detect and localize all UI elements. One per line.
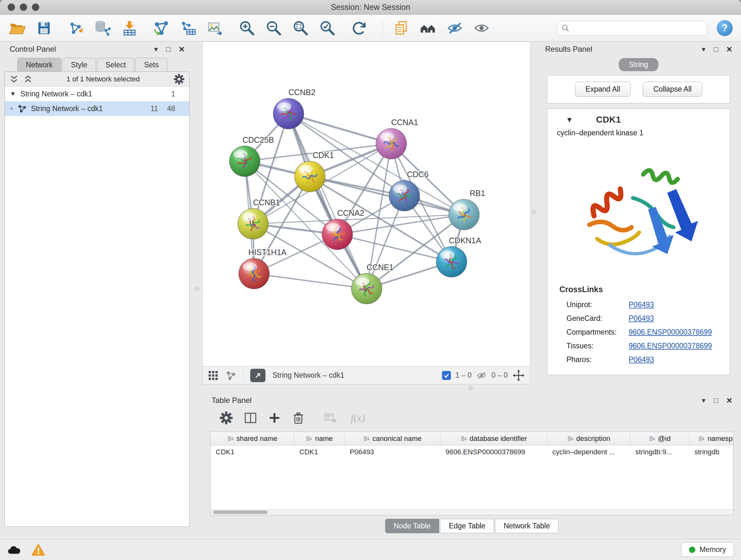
column-header-shared-name[interactable]: shared name (211, 432, 294, 445)
scrollbar-thumb[interactable] (213, 510, 267, 514)
crosslink-link[interactable]: P06493 (629, 300, 654, 309)
close-panel-icon[interactable]: × (179, 44, 185, 55)
tab-network[interactable]: Network (17, 58, 61, 71)
network-node-CDC25B[interactable]: CDC25B (229, 135, 274, 177)
network-edge-CCNB2-CCNA1[interactable] (288, 114, 391, 144)
network-node-HIST1H1A[interactable]: HIST1H1A (239, 248, 286, 289)
hidden-eye-icon[interactable] (476, 370, 487, 381)
home-views-button[interactable] (419, 19, 437, 37)
table-settings-gear-icon[interactable] (219, 411, 233, 425)
column-header-description[interactable]: description (547, 432, 630, 445)
show-view-button[interactable] (473, 19, 490, 37)
help-button[interactable]: ? (717, 20, 733, 36)
network-row[interactable]: ● String Network – cdk1 11 48 (5, 101, 189, 116)
warning-icon[interactable] (31, 543, 45, 556)
vertical-splitter-handle[interactable] (195, 287, 199, 291)
panel-menu-icon[interactable]: ▾ (702, 396, 705, 405)
save-session-button[interactable] (35, 19, 53, 37)
network-from-table-button[interactable] (179, 19, 197, 37)
collapse-all-icon[interactable] (9, 74, 19, 84)
disclosure-triangle-icon[interactable]: ▼ (10, 90, 16, 98)
network-node-CDK1[interactable]: CDK1 (294, 151, 334, 192)
table-cell[interactable]: P06493 (345, 445, 441, 459)
collapse-all-button[interactable]: Collapse All (643, 82, 702, 97)
network-node-RB1[interactable]: RB1 (449, 189, 485, 230)
tab-node-table[interactable]: Node Table (385, 519, 440, 533)
hide-view-button[interactable] (446, 19, 464, 37)
column-header-name[interactable]: name (294, 432, 345, 445)
gear-icon[interactable] (173, 73, 185, 85)
vertical-splitter-handle[interactable] (532, 210, 536, 214)
network-edge-CCNB2-CCNE1[interactable] (288, 114, 367, 289)
table-cell[interactable]: CDK1 (294, 445, 345, 459)
crosslink-link[interactable]: 9606.ENSP00000378699 (629, 341, 712, 350)
string-tab-badge[interactable]: String (619, 58, 658, 71)
memory-button[interactable]: Memory (681, 543, 734, 557)
expand-all-button[interactable]: Expand All (575, 82, 631, 97)
zoom-selected-button[interactable] (319, 19, 336, 37)
network-node-CCNB2[interactable]: CCNB2 (273, 88, 315, 129)
network-node-CCNB1[interactable]: CCNB1 (238, 198, 280, 239)
copy-button[interactable] (392, 19, 410, 37)
column-header-database-identifier[interactable]: database identifier (441, 432, 547, 445)
tab-sets[interactable]: Sets (135, 58, 167, 71)
network-node-CCNA1[interactable]: CCNA1 (376, 118, 418, 159)
import-network-database-button[interactable] (94, 19, 112, 37)
column-header-namespace[interactable]: namespace (689, 432, 733, 445)
export-image-button[interactable] (206, 19, 224, 37)
zoom-window-button[interactable] (32, 3, 39, 11)
panel-menu-icon[interactable]: ▾ (702, 45, 705, 54)
delete-column-trash-icon[interactable] (291, 411, 306, 425)
section-disclosure-icon[interactable]: ▼ (566, 116, 573, 124)
birdseye-network-icon[interactable] (226, 370, 236, 381)
panel-menu-icon[interactable]: ▾ (154, 45, 158, 54)
zoom-out-button[interactable] (265, 19, 283, 37)
zoom-in-button[interactable] (238, 19, 256, 37)
toolbar-search[interactable] (557, 21, 707, 36)
float-panel-icon[interactable]: □ (714, 396, 718, 405)
new-network-button[interactable] (152, 19, 171, 37)
zoom-fit-button[interactable] (292, 19, 310, 37)
close-panel-icon[interactable]: × (726, 44, 732, 55)
crosslink-link[interactable]: P06493 (629, 314, 654, 323)
horizontal-scrollbar[interactable] (211, 509, 733, 515)
close-window-button[interactable] (8, 3, 15, 11)
crosslink-link[interactable]: 9606.ENSP00000378699 (629, 328, 712, 336)
column-header-@id[interactable]: @id (630, 432, 689, 445)
pan-crosshair-icon[interactable] (512, 369, 525, 382)
show-columns-icon[interactable] (244, 411, 258, 425)
table-cell[interactable]: 9606.ENSP00000378699 (441, 445, 547, 459)
table-cell[interactable]: stringdb:9... (630, 445, 689, 459)
float-panel-icon[interactable]: □ (166, 45, 171, 54)
tab-select[interactable]: Select (97, 58, 135, 71)
crosslink-link[interactable]: P06493 (629, 355, 654, 364)
grid-view-icon[interactable] (208, 370, 219, 381)
table-cell[interactable]: stringdb (689, 445, 733, 459)
cloud-icon[interactable] (7, 544, 22, 555)
float-panel-icon[interactable]: □ (714, 45, 718, 54)
close-panel-icon[interactable]: × (726, 395, 732, 406)
import-table-button[interactable] (121, 19, 138, 37)
search-input[interactable] (573, 24, 703, 32)
network-edge-HIST1H1A-CCNE1[interactable] (254, 273, 367, 289)
table-cell[interactable]: cyclin–dependent ... (547, 445, 630, 459)
column-header-canonical-name[interactable]: canonical name (345, 432, 441, 445)
tab-network-table[interactable]: Network Table (495, 519, 558, 533)
open-session-button[interactable] (8, 19, 26, 37)
selected-indicator-checkbox[interactable] (442, 371, 451, 380)
annotation-mode-button[interactable] (250, 369, 266, 382)
network-node-CDKN1A[interactable]: CDKN1A (436, 236, 481, 277)
import-network-file-button[interactable] (67, 19, 85, 37)
network-collection-row[interactable]: ▼ String Network – cdk1 1 (5, 86, 189, 101)
network-edge-CDK1-RB1[interactable] (310, 177, 464, 214)
expand-all-icon[interactable] (23, 74, 33, 84)
add-column-icon[interactable] (268, 411, 281, 425)
network-canvas[interactable]: CCNB2CCNA1CDC25BCDK1CDC6RB1CCNB1CCNA2CDK… (203, 42, 530, 366)
horizontal-splitter-handle[interactable] (468, 386, 473, 390)
tab-style[interactable]: Style (62, 58, 96, 71)
table-cell[interactable]: CDK1 (211, 445, 294, 459)
tab-edge-table[interactable]: Edge Table (440, 519, 494, 533)
refresh-button[interactable] (350, 19, 368, 37)
minimize-window-button[interactable] (20, 3, 27, 11)
table-row[interactable]: CDK1CDK1P064939606.ENSP00000378699cyclin… (211, 445, 733, 459)
